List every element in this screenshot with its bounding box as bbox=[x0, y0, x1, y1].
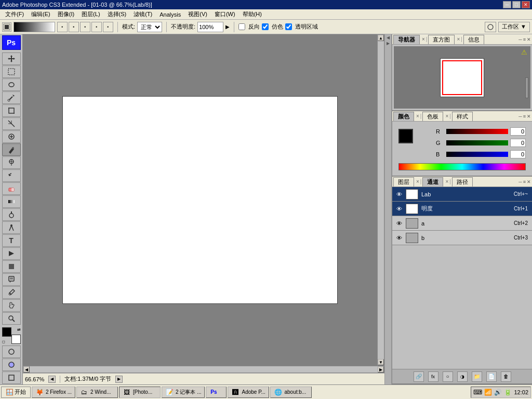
taskbar-notepad[interactable]: 📝 2 记事本 ... bbox=[162, 387, 205, 398]
layers-minimize[interactable]: ─ bbox=[518, 179, 522, 184]
nav-vertical-scroll[interactable] bbox=[525, 77, 528, 98]
layer-fx-btn[interactable]: fx bbox=[428, 371, 438, 382]
tool-eyedropper2[interactable] bbox=[2, 117, 21, 130]
reverse-checkbox[interactable] bbox=[238, 23, 245, 30]
brush-preset-2[interactable]: ▪ bbox=[69, 22, 79, 32]
zoom-nav-btn[interactable]: ◀ bbox=[48, 376, 56, 383]
tool-move[interactable] bbox=[2, 52, 21, 65]
color-spectrum[interactable] bbox=[398, 163, 526, 170]
workspace-btn[interactable]: 工作区 ▼ bbox=[498, 22, 530, 32]
vscroll-down[interactable]: ▼ bbox=[378, 359, 384, 365]
taskbar-adobe[interactable]: 🅰 Adobe P... bbox=[228, 387, 269, 398]
channel-lightness[interactable]: 👁 明度 Ctrl+1 bbox=[392, 202, 532, 216]
tab-paths[interactable]: 路径 bbox=[452, 177, 473, 187]
menu-file[interactable]: 文件(F) bbox=[2, 10, 27, 19]
menu-view[interactable]: 视图(V) bbox=[185, 10, 210, 19]
tool-path-select[interactable] bbox=[2, 247, 21, 260]
tool-zoom[interactable] bbox=[2, 312, 21, 325]
tool-hand[interactable] bbox=[2, 299, 21, 312]
channel-a[interactable]: 👁 a Ctrl+2 bbox=[392, 216, 532, 231]
tool-magic-wand[interactable] bbox=[2, 91, 21, 104]
nav-close[interactable]: ✕ bbox=[527, 37, 531, 42]
eye-b[interactable]: 👁 bbox=[394, 233, 404, 243]
workspace-icon[interactable] bbox=[485, 22, 496, 32]
tab-histogram-close[interactable]: × bbox=[457, 36, 460, 42]
tool-screen-mode[interactable] bbox=[2, 371, 21, 384]
v-scroll[interactable]: ▲ ▼ bbox=[377, 34, 384, 366]
tab-color[interactable]: 颜色 bbox=[393, 112, 414, 121]
tab-navigator[interactable]: 导航器 bbox=[393, 35, 420, 44]
channel-b[interactable]: 👁 b Ctrl+3 bbox=[392, 231, 532, 245]
minimize-btn[interactable]: ─ bbox=[503, 1, 511, 8]
vscroll-up[interactable]: ▲ bbox=[378, 35, 384, 41]
taskbar-firefox[interactable]: 🦊 2 Firefox ... bbox=[32, 387, 75, 398]
taskbar-windows[interactable]: 🗂 2 Wind... bbox=[76, 387, 118, 398]
start-button[interactable]: 🪟 开始 bbox=[1, 387, 31, 398]
title-controls[interactable]: ─ □ ✕ bbox=[503, 1, 530, 8]
collapse-btn[interactable]: ◀ bbox=[387, 35, 390, 40]
brush-preset-5[interactable]: ▪ bbox=[103, 22, 113, 32]
close-btn[interactable]: ✕ bbox=[522, 1, 530, 8]
brush-picker[interactable] bbox=[14, 22, 55, 32]
layer-new-btn[interactable]: 📄 bbox=[486, 371, 497, 382]
tab-histogram[interactable]: 直方图 bbox=[428, 35, 455, 44]
tab-channels[interactable]: 通道 bbox=[422, 177, 443, 187]
tab-info[interactable]: 信息 bbox=[463, 35, 484, 44]
canvas-area[interactable] bbox=[23, 34, 377, 366]
layer-delete-btn[interactable]: 🗑 bbox=[501, 371, 511, 382]
tool-eraser[interactable] bbox=[2, 182, 21, 195]
simulate-checkbox[interactable] bbox=[262, 23, 269, 30]
menu-layer[interactable]: 图层(L) bbox=[78, 10, 103, 19]
tool-type[interactable]: T bbox=[2, 234, 21, 247]
menu-image[interactable]: 图像(I) bbox=[55, 10, 77, 19]
bg-color-swatch[interactable] bbox=[11, 335, 21, 344]
b-slider[interactable] bbox=[446, 152, 508, 157]
menu-filter[interactable]: 滤镜(T) bbox=[130, 10, 155, 19]
tool-eyedropper[interactable] bbox=[2, 286, 21, 299]
tool-pen[interactable] bbox=[2, 221, 21, 234]
taskbar-browser[interactable]: 🌐 about:b... bbox=[270, 387, 312, 398]
expand-btn[interactable]: ▶ bbox=[387, 41, 390, 46]
navigator-preview[interactable]: ⚠ bbox=[394, 46, 530, 109]
r-slider[interactable] bbox=[446, 129, 508, 134]
nav-menu[interactable]: ≡ bbox=[523, 37, 526, 42]
menu-help[interactable]: 帮助(H) bbox=[240, 10, 265, 19]
tool-mask-quick[interactable] bbox=[2, 358, 21, 371]
tab-layers-close[interactable]: × bbox=[416, 179, 419, 184]
opacity-input[interactable] bbox=[197, 22, 223, 32]
layer-group-btn[interactable]: 📁 bbox=[472, 371, 482, 382]
brush-preset-1[interactable]: ▪ bbox=[57, 22, 68, 32]
brush-preset-3[interactable]: ▪ bbox=[80, 22, 90, 32]
restore-btn[interactable]: □ bbox=[512, 1, 521, 8]
layer-mask-btn[interactable]: ○ bbox=[443, 371, 453, 382]
g-value[interactable] bbox=[510, 139, 526, 147]
menu-window[interactable]: 窗口(W) bbox=[211, 10, 238, 19]
taskbar-photo[interactable]: 🖼 [Photo... bbox=[119, 387, 161, 398]
eye-a[interactable]: 👁 bbox=[394, 219, 404, 228]
menu-select[interactable]: 选择(S) bbox=[104, 10, 130, 19]
opacity-arrow[interactable]: ▶ bbox=[225, 24, 230, 30]
tool-dodge[interactable] bbox=[2, 208, 21, 221]
brush-mode-icon[interactable] bbox=[2, 22, 11, 32]
transparency-checkbox[interactable] bbox=[285, 23, 292, 30]
r-value[interactable] bbox=[510, 127, 526, 136]
nav-minimize[interactable]: ─ bbox=[518, 37, 522, 42]
b-value[interactable] bbox=[510, 150, 526, 158]
tool-shape[interactable] bbox=[2, 260, 21, 273]
eye-lab[interactable]: 👁 bbox=[394, 190, 404, 199]
color-menu[interactable]: ≡ bbox=[523, 114, 526, 119]
mode-dropdown[interactable]: 正常 bbox=[137, 22, 162, 32]
tool-history[interactable] bbox=[2, 169, 21, 182]
layer-link-btn[interactable]: 🔗 bbox=[414, 371, 424, 382]
menu-edit[interactable]: 编辑(E) bbox=[28, 10, 54, 19]
color-minimize[interactable]: ─ bbox=[518, 114, 522, 119]
default-colors[interactable]: ◻ bbox=[2, 340, 5, 344]
layer-adjust-btn[interactable]: ◑ bbox=[457, 371, 468, 382]
tab-navigator-close[interactable]: × bbox=[422, 36, 425, 42]
tab-color-close[interactable]: × bbox=[416, 113, 419, 119]
menu-analysis[interactable]: Analysis bbox=[156, 11, 184, 18]
color-fg-swatch[interactable] bbox=[398, 129, 413, 143]
tool-clone[interactable] bbox=[2, 156, 21, 169]
swap-colors[interactable]: ⇄ bbox=[17, 327, 21, 332]
layers-menu[interactable]: ≡ bbox=[523, 179, 526, 184]
